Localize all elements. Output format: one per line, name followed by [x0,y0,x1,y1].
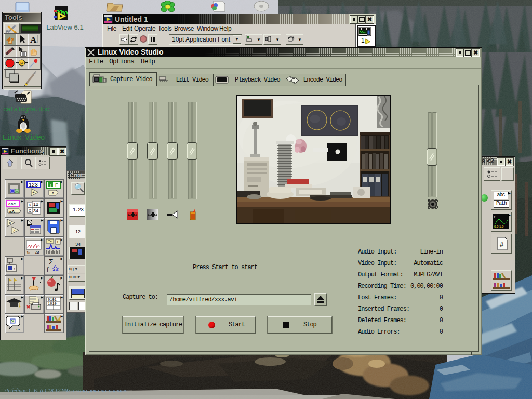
svg-text:A: A [30,35,37,45]
svg-text:>: > [13,229,15,232]
svg-text:2: 2 [494,216,496,219]
svg-text:∫: ∫ [46,266,49,273]
svg-text:aA: aA [9,209,15,214]
svg-text:#: # [500,241,504,248]
svg-text:0.0 1.0: 0.0 1.0 [494,225,504,228]
svg-text:Δt: Δt [35,250,39,255]
svg-text:Σ: Σ [49,258,54,266]
svg-text:0101: 0101 [48,298,57,302]
svg-text:abc: abc [8,202,16,206]
svg-text::!: :! [13,268,15,271]
svg-text:1: 1 [361,37,365,44]
svg-text:...: ... [16,326,20,331]
svg-text:T: T [49,183,52,188]
svg-text:123: 123 [29,182,38,188]
svg-text:F: F [55,182,58,188]
svg-text:34: 34 [33,208,38,214]
svg-text:12: 12 [33,202,38,207]
svg-text:=: = [9,221,11,225]
svg-text:R: R [29,203,31,207]
svg-text:∧: ∧ [51,191,55,195]
svg-text:Лебедная С.Б. (с) 18.12.99г о: Лебедная С.Б. (с) 18.12.99г о кино река … [4,387,128,394]
svg-text:Σ: Σ [57,240,59,244]
svg-text:+: + [32,190,35,195]
svg-text:P: P [20,61,23,66]
svg-text:1010: 1010 [48,302,57,306]
svg-text:t₀: t₀ [27,250,30,255]
svg-text:C: C [29,209,31,212]
